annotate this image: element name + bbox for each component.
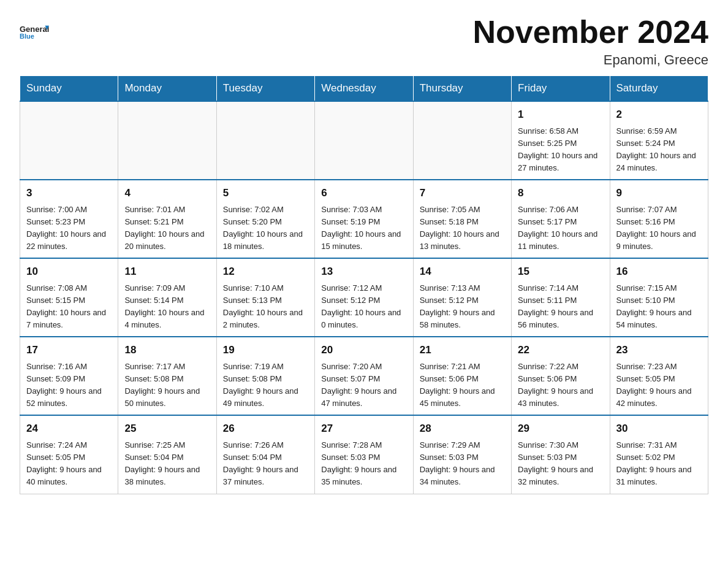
day-number: 7	[420, 185, 505, 201]
day-info: Sunrise: 7:16 AMSunset: 5:09 PMDaylight:…	[26, 361, 112, 410]
calendar-cell: 13Sunrise: 7:12 AMSunset: 5:12 PMDayligh…	[315, 258, 413, 337]
weekday-header-wednesday: Wednesday	[315, 76, 413, 102]
calendar-cell: 25Sunrise: 7:25 AMSunset: 5:04 PMDayligh…	[118, 415, 216, 494]
calendar-week-4: 17Sunrise: 7:16 AMSunset: 5:09 PMDayligh…	[20, 337, 708, 415]
logo: General Blue	[20, 15, 56, 48]
weekday-header-tuesday: Tuesday	[216, 76, 314, 102]
calendar-cell: 30Sunrise: 7:31 AMSunset: 5:02 PMDayligh…	[610, 415, 708, 494]
day-number: 11	[124, 264, 210, 280]
calendar-cell: 10Sunrise: 7:08 AMSunset: 5:15 PMDayligh…	[20, 258, 118, 337]
day-info: Sunrise: 7:06 AMSunset: 5:17 PMDaylight:…	[518, 204, 603, 253]
day-info: Sunrise: 7:05 AMSunset: 5:18 PMDaylight:…	[420, 204, 505, 253]
day-number: 29	[518, 421, 603, 437]
calendar-cell: 3Sunrise: 7:00 AMSunset: 5:23 PMDaylight…	[20, 180, 118, 258]
day-number: 15	[518, 264, 603, 280]
calendar-cell: 6Sunrise: 7:03 AMSunset: 5:19 PMDaylight…	[315, 180, 413, 258]
calendar-cell: 5Sunrise: 7:02 AMSunset: 5:20 PMDaylight…	[216, 180, 314, 258]
calendar-week-1: 1Sunrise: 6:58 AMSunset: 5:25 PMDaylight…	[20, 101, 708, 180]
day-number: 6	[321, 185, 406, 201]
calendar-cell: 26Sunrise: 7:26 AMSunset: 5:04 PMDayligh…	[216, 415, 314, 494]
day-number: 24	[26, 421, 112, 437]
calendar-cell	[315, 101, 413, 180]
calendar-table: SundayMondayTuesdayWednesdayThursdayFrid…	[20, 75, 708, 494]
day-number: 2	[616, 107, 702, 123]
day-info: Sunrise: 7:22 AMSunset: 5:06 PMDaylight:…	[518, 361, 603, 410]
day-number: 19	[223, 342, 308, 358]
calendar-cell: 18Sunrise: 7:17 AMSunset: 5:08 PMDayligh…	[118, 337, 216, 415]
calendar-week-3: 10Sunrise: 7:08 AMSunset: 5:15 PMDayligh…	[20, 258, 708, 337]
calendar-cell: 19Sunrise: 7:19 AMSunset: 5:08 PMDayligh…	[216, 337, 314, 415]
day-info: Sunrise: 7:31 AMSunset: 5:02 PMDaylight:…	[616, 439, 702, 489]
day-info: Sunrise: 6:58 AMSunset: 5:25 PMDaylight:…	[518, 125, 603, 175]
day-info: Sunrise: 7:03 AMSunset: 5:19 PMDaylight:…	[321, 204, 406, 253]
day-number: 8	[518, 185, 603, 201]
calendar-cell: 8Sunrise: 7:06 AMSunset: 5:17 PMDaylight…	[512, 180, 610, 258]
calendar-cell: 27Sunrise: 7:28 AMSunset: 5:03 PMDayligh…	[315, 415, 413, 494]
day-info: Sunrise: 7:09 AMSunset: 5:14 PMDaylight:…	[124, 282, 210, 332]
day-info: Sunrise: 7:02 AMSunset: 5:20 PMDaylight:…	[223, 204, 308, 253]
day-info: Sunrise: 7:14 AMSunset: 5:11 PMDaylight:…	[518, 282, 603, 332]
weekday-header-sunday: Sunday	[20, 76, 118, 102]
calendar-cell: 7Sunrise: 7:05 AMSunset: 5:18 PMDaylight…	[413, 180, 511, 258]
day-info: Sunrise: 7:17 AMSunset: 5:08 PMDaylight:…	[124, 361, 210, 410]
calendar-cell	[20, 101, 118, 180]
day-number: 13	[321, 264, 406, 280]
day-number: 17	[26, 342, 112, 358]
day-info: Sunrise: 7:29 AMSunset: 5:03 PMDaylight:…	[420, 439, 505, 489]
calendar-cell: 21Sunrise: 7:21 AMSunset: 5:06 PMDayligh…	[413, 337, 511, 415]
day-number: 16	[616, 264, 702, 280]
calendar-cell: 16Sunrise: 7:15 AMSunset: 5:10 PMDayligh…	[610, 258, 708, 337]
calendar-cell: 22Sunrise: 7:22 AMSunset: 5:06 PMDayligh…	[512, 337, 610, 415]
day-info: Sunrise: 7:08 AMSunset: 5:15 PMDaylight:…	[26, 282, 112, 332]
day-info: Sunrise: 7:30 AMSunset: 5:03 PMDaylight:…	[518, 439, 603, 489]
calendar-cell: 17Sunrise: 7:16 AMSunset: 5:09 PMDayligh…	[20, 337, 118, 415]
calendar-cell: 12Sunrise: 7:10 AMSunset: 5:13 PMDayligh…	[216, 258, 314, 337]
calendar-cell: 4Sunrise: 7:01 AMSunset: 5:21 PMDaylight…	[118, 180, 216, 258]
calendar-week-2: 3Sunrise: 7:00 AMSunset: 5:23 PMDaylight…	[20, 180, 708, 258]
day-number: 10	[26, 264, 112, 280]
location: Epanomi, Greece	[473, 52, 708, 68]
day-info: Sunrise: 6:59 AMSunset: 5:24 PMDaylight:…	[616, 125, 702, 175]
calendar-cell: 20Sunrise: 7:20 AMSunset: 5:07 PMDayligh…	[315, 337, 413, 415]
day-number: 20	[321, 342, 406, 358]
day-number: 25	[124, 421, 210, 437]
day-number: 1	[518, 107, 603, 123]
day-number: 14	[420, 264, 505, 280]
day-info: Sunrise: 7:21 AMSunset: 5:06 PMDaylight:…	[420, 361, 505, 410]
page-header: General Blue November 2024 Epanomi, Gree…	[20, 15, 708, 68]
calendar-cell: 1Sunrise: 6:58 AMSunset: 5:25 PMDaylight…	[512, 101, 610, 180]
calendar-cell: 23Sunrise: 7:23 AMSunset: 5:05 PMDayligh…	[610, 337, 708, 415]
day-number: 28	[420, 421, 505, 437]
day-info: Sunrise: 7:26 AMSunset: 5:04 PMDaylight:…	[223, 439, 308, 489]
day-number: 12	[223, 264, 308, 280]
calendar-cell: 24Sunrise: 7:24 AMSunset: 5:05 PMDayligh…	[20, 415, 118, 494]
day-number: 3	[26, 185, 112, 201]
day-info: Sunrise: 7:12 AMSunset: 5:12 PMDaylight:…	[321, 282, 406, 332]
day-number: 27	[321, 421, 406, 437]
day-info: Sunrise: 7:13 AMSunset: 5:12 PMDaylight:…	[420, 282, 505, 332]
day-number: 4	[124, 185, 210, 201]
day-number: 5	[223, 185, 308, 201]
day-info: Sunrise: 7:24 AMSunset: 5:05 PMDaylight:…	[26, 439, 112, 489]
day-number: 21	[420, 342, 505, 358]
day-info: Sunrise: 7:00 AMSunset: 5:23 PMDaylight:…	[26, 204, 112, 253]
day-info: Sunrise: 7:28 AMSunset: 5:03 PMDaylight:…	[321, 439, 406, 489]
day-info: Sunrise: 7:23 AMSunset: 5:05 PMDaylight:…	[616, 361, 702, 410]
logo-svg: General Blue	[20, 15, 56, 48]
weekday-header-saturday: Saturday	[610, 76, 708, 102]
svg-text:Blue: Blue	[20, 33, 34, 40]
day-number: 9	[616, 185, 702, 201]
weekday-header-row: SundayMondayTuesdayWednesdayThursdayFrid…	[20, 76, 708, 102]
calendar-cell: 14Sunrise: 7:13 AMSunset: 5:12 PMDayligh…	[413, 258, 511, 337]
day-number: 30	[616, 421, 702, 437]
day-info: Sunrise: 7:20 AMSunset: 5:07 PMDaylight:…	[321, 361, 406, 410]
day-number: 23	[616, 342, 702, 358]
title-block: November 2024 Epanomi, Greece	[473, 15, 708, 68]
day-number: 26	[223, 421, 308, 437]
day-info: Sunrise: 7:19 AMSunset: 5:08 PMDaylight:…	[223, 361, 308, 410]
weekday-header-monday: Monday	[118, 76, 216, 102]
calendar-cell: 2Sunrise: 6:59 AMSunset: 5:24 PMDaylight…	[610, 101, 708, 180]
day-info: Sunrise: 7:01 AMSunset: 5:21 PMDaylight:…	[124, 204, 210, 253]
calendar-cell: 11Sunrise: 7:09 AMSunset: 5:14 PMDayligh…	[118, 258, 216, 337]
calendar-week-5: 24Sunrise: 7:24 AMSunset: 5:05 PMDayligh…	[20, 415, 708, 494]
